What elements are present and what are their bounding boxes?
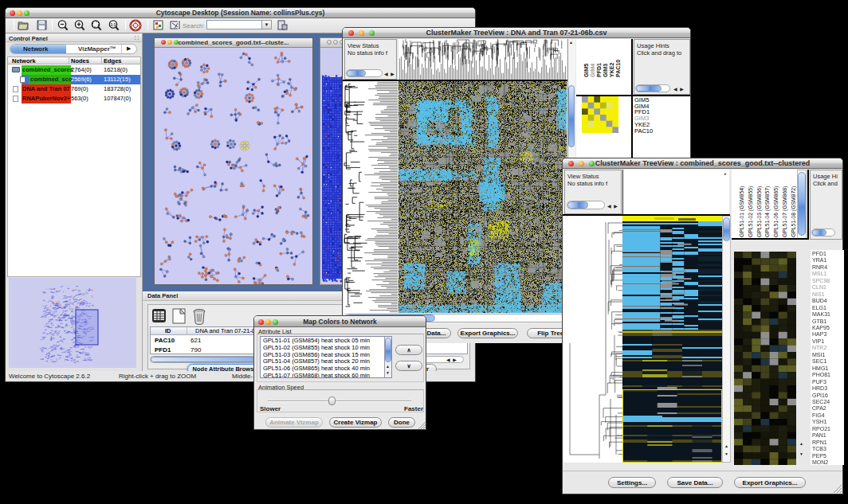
svg-text:1:1: 1:1 <box>111 23 116 27</box>
